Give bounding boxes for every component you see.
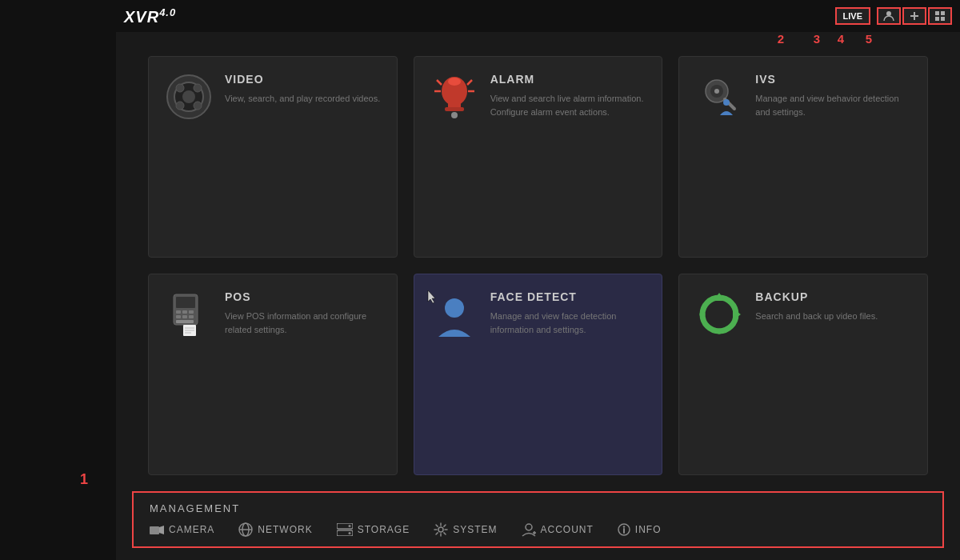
network-icon [238, 522, 253, 537]
ivs-desc: Manage and view behavior detection and s… [755, 92, 911, 118]
svg-point-53 [438, 527, 443, 532]
svg-rect-44 [150, 526, 159, 534]
grid-row-1: VIDEO View, search, and play recorded vi… [148, 56, 928, 258]
video-icon [165, 73, 213, 121]
backup-card-text: BACKUP Search and back up video files. [755, 290, 911, 323]
svg-point-13 [194, 102, 202, 110]
storage-label: STORAGE [358, 524, 410, 535]
mgmt-info[interactable]: INFO [618, 523, 662, 536]
annotation-3: 3 [814, 32, 820, 46]
mgmt-network[interactable]: NETWORK [238, 522, 312, 537]
svg-point-52 [348, 532, 350, 534]
ivs-card[interactable]: IVS Manage and view behavior detection a… [678, 56, 928, 258]
header: XVR4.0 LIVE [116, 0, 960, 32]
mgmt-account[interactable]: ACCOUNT [522, 522, 594, 537]
account-icon [522, 522, 536, 537]
add-button[interactable] [902, 7, 926, 25]
svg-point-59 [623, 526, 625, 527]
alarm-desc: View and search live alarm information. … [490, 92, 646, 118]
svg-marker-45 [159, 526, 164, 534]
svg-rect-4 [941, 11, 945, 15]
svg-point-10 [176, 84, 184, 92]
camera-icon [150, 525, 164, 535]
svg-line-20 [467, 80, 472, 85]
svg-rect-3 [935, 11, 939, 15]
svg-point-9 [182, 90, 195, 103]
mgmt-system[interactable]: SYSTEM [434, 522, 497, 537]
annotation-4: 4 [838, 32, 844, 46]
mgmt-camera[interactable]: CAMERA [150, 524, 214, 535]
annotation-5: 5 [866, 32, 872, 46]
svg-point-11 [194, 84, 202, 92]
info-icon [618, 523, 630, 536]
mgmt-storage[interactable]: STORAGE [337, 523, 410, 536]
left-sidebar [0, 0, 116, 560]
pos-icon [165, 290, 213, 338]
svg-rect-6 [941, 17, 945, 21]
svg-rect-16 [445, 107, 464, 111]
alarm-title: ALARM [490, 73, 646, 86]
backup-icon [695, 290, 743, 338]
logo: XVR4.0 [124, 6, 176, 26]
svg-point-41 [445, 298, 464, 318]
management-bar: MANAGEMENT CAMERA [132, 491, 944, 548]
face-detect-icon [430, 290, 478, 338]
pos-card-text: POS View POS information and configure r… [225, 290, 381, 336]
face-detect-desc: Manage and view face detection informati… [490, 310, 646, 336]
network-label: NETWORK [258, 524, 312, 535]
face-detect-card[interactable]: FACE DETECT Manage and view face detecti… [414, 274, 663, 475]
svg-rect-29 [176, 297, 195, 308]
svg-point-12 [176, 102, 184, 110]
app-title: XVR4.0 [124, 6, 176, 26]
backup-title: BACKUP [755, 290, 911, 303]
pos-desc: View POS information and configure relat… [225, 310, 381, 336]
svg-point-54 [526, 524, 532, 530]
face-detect-title: FACE DETECT [490, 290, 646, 303]
video-title: VIDEO [225, 73, 381, 86]
pos-title: POS [225, 290, 381, 303]
svg-point-0 [886, 11, 891, 16]
svg-point-25 [714, 89, 719, 94]
account-label: ACCOUNT [541, 524, 594, 535]
video-desc: View, search, and play recorded videos. [225, 92, 381, 106]
header-controls: LIVE [835, 7, 952, 25]
pos-card[interactable]: POS View POS information and configure r… [148, 274, 398, 475]
backup-card[interactable]: BACKUP Search and back up video files. [678, 274, 928, 475]
svg-rect-31 [182, 310, 187, 314]
annotation-1: 1 [80, 471, 88, 488]
grid-row-2: POS View POS information and configure r… [148, 274, 928, 475]
svg-rect-5 [935, 17, 939, 21]
camera-label: CAMERA [169, 524, 214, 535]
video-card-text: VIDEO View, search, and play recorded vi… [225, 73, 381, 106]
system-label: SYSTEM [453, 524, 497, 535]
person-button[interactable] [877, 7, 901, 25]
annotation-2: 2 [778, 32, 784, 46]
svg-rect-30 [176, 310, 181, 314]
face-detect-card-text: FACE DETECT Manage and view face detecti… [490, 290, 646, 336]
svg-point-27 [723, 99, 730, 106]
system-icon [434, 522, 448, 537]
svg-rect-36 [176, 320, 194, 323]
content-area: VIDEO View, search, and play recorded vi… [116, 32, 960, 491]
svg-point-17 [448, 78, 461, 86]
ivs-card-text: IVS Manage and view behavior detection a… [755, 73, 911, 118]
svg-line-19 [437, 80, 442, 85]
management-items: CAMERA NETWORK [150, 522, 926, 537]
video-card[interactable]: VIDEO View, search, and play recorded vi… [148, 56, 398, 258]
storage-icon [337, 523, 353, 536]
live-button[interactable]: LIVE [835, 7, 870, 25]
svg-rect-35 [189, 315, 194, 318]
management-title: MANAGEMENT [150, 502, 926, 514]
ivs-icon [695, 73, 743, 121]
svg-rect-32 [189, 310, 194, 314]
backup-desc: Search and back up video files. [755, 310, 911, 323]
grid-button[interactable] [928, 7, 952, 25]
alarm-card[interactable]: ALARM View and search live alarm informa… [414, 56, 663, 258]
alarm-card-text: ALARM View and search live alarm informa… [490, 73, 646, 118]
ivs-title: IVS [755, 73, 911, 86]
info-label: INFO [635, 524, 662, 535]
alarm-icon [430, 73, 478, 121]
svg-point-18 [451, 112, 458, 118]
svg-rect-33 [176, 315, 181, 318]
svg-rect-34 [182, 315, 187, 318]
